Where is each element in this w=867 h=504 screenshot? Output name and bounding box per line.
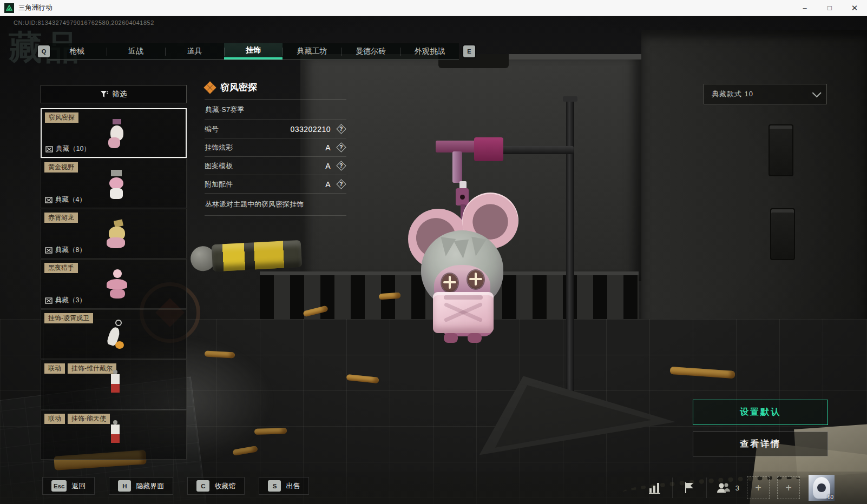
pig-charm-thumbnail: [103, 169, 130, 202]
item-name-badge: 挂饰-凌霄戍卫: [44, 313, 93, 323]
detail-row: 附加配件A?: [205, 175, 346, 194]
bumper-left-key[interactable]: Q: [38, 45, 50, 57]
dragon-charm-thumbnail: [103, 219, 130, 253]
bottom-bar: Esc返回H隐藏界面C收藏馆S出售 3 + + 60: [0, 472, 867, 504]
maximize-button[interactable]: □: [817, 0, 842, 16]
keycap: C: [196, 480, 209, 492]
style-dropdown[interactable]: 典藏款式 10: [704, 84, 827, 104]
bumper-right-key[interactable]: E: [463, 45, 475, 57]
detail-row-value: A: [325, 180, 331, 189]
item-badges: 黄金视野: [44, 162, 78, 173]
hotkey-label: 隐藏界面: [136, 481, 164, 491]
collection-count: 典藏（4）: [45, 195, 86, 204]
mouse-charm-thumbnail: [104, 119, 131, 152]
style-dropdown-label: 典藏款式 10: [712, 89, 753, 99]
titlebar: 三角洲行动 – □ ✕: [0, 0, 867, 16]
stats-chart-icon[interactable]: [646, 479, 665, 497]
collection-count-label: 典藏（10）: [56, 144, 90, 154]
detail-row-label: 挂饰炫彩: [205, 143, 233, 152]
filter-button[interactable]: 筛选: [41, 85, 187, 103]
status-icon-strip: 3 + + 60: [646, 475, 835, 501]
banner-charm-thumbnail: [103, 370, 130, 403]
hotkey-s[interactable]: S出售: [259, 477, 309, 495]
tab-2[interactable]: 近战: [107, 43, 166, 59]
banner-charm-thumbnail: [103, 420, 130, 454]
stand-cap: [563, 96, 577, 102]
hotkey-hints: Esc返回H隐藏界面C收藏馆S出售: [42, 477, 309, 495]
empty-slot-plus[interactable]: +: [747, 476, 770, 499]
suppressor-prop: [189, 236, 305, 277]
charm-list-item[interactable]: 联动挂饰-能天使: [41, 410, 187, 460]
collection-gem-icon: [205, 82, 215, 93]
item-name-badge: 赤霄游龙: [44, 213, 78, 223]
tab-6[interactable]: 曼德尔砖: [341, 43, 400, 59]
stand-base: [475, 370, 675, 462]
stand-pole: [566, 100, 574, 397]
link-badge: 联动: [44, 363, 65, 374]
list-divider: [187, 108, 187, 465]
tab-7[interactable]: 外观挑战: [400, 43, 459, 59]
team-icon[interactable]: [714, 479, 733, 497]
rocket-charm-thumbnail: [103, 320, 130, 353]
hotkey-label: 返回: [71, 481, 86, 491]
flag-icon[interactable]: [680, 479, 699, 497]
mandel-brick-icon: [45, 297, 52, 304]
help-icon[interactable]: ?: [336, 179, 346, 189]
view-details-button[interactable]: 查看详情: [693, 432, 828, 456]
tab-5[interactable]: 典藏工坊: [283, 43, 341, 59]
mandel-brick-icon: [45, 197, 52, 203]
collection-count: 典藏（8）: [45, 246, 86, 255]
hotkey-h[interactable]: H隐藏界面: [109, 477, 173, 495]
tab-1[interactable]: 枪械: [48, 43, 107, 59]
detail-row-value: A: [325, 143, 331, 152]
set-default-button[interactable]: 设置默认: [693, 400, 828, 425]
funnel-icon: [101, 91, 108, 98]
account-uid: CN:UID:81343274979016762580,202604041852: [14, 19, 154, 26]
hotkey-label: 出售: [286, 481, 300, 491]
window-title: 三角洲行动: [18, 3, 52, 12]
charm-list: 窃风密探典藏（10）黄金视野典藏（4）赤霄游龙典藏（8）黑夜猎手典藏（3）挂饰-…: [41, 108, 187, 460]
charm-title: 窃风密探: [220, 81, 257, 94]
detail-row-label: 编号: [205, 124, 219, 134]
season-label: 典藏-S7赛季: [205, 100, 346, 120]
app-logo-icon: [4, 3, 14, 13]
avatar-level: 60: [827, 494, 833, 500]
charm-description: 丛林派对主题中的窃风密探挂饰: [205, 194, 346, 216]
mouse-charm-figure: [402, 188, 521, 345]
player-avatar[interactable]: 60: [809, 475, 835, 501]
bullet-prop: [254, 428, 287, 435]
item-badges: 联动挂饰-能天使: [44, 414, 110, 424]
category-tabs: 枪械近战道具挂饰典藏工坊曼德尔砖外观挑战: [48, 43, 459, 60]
item-badges: 窃风密探: [45, 112, 78, 123]
keycap: S: [268, 480, 281, 492]
item-badges: 赤霄游龙: [44, 213, 78, 223]
empty-slot-plus[interactable]: +: [777, 476, 800, 499]
keycap: H: [118, 480, 131, 492]
help-icon[interactable]: ?: [336, 161, 346, 170]
item-name-badge: 黄金视野: [44, 162, 78, 173]
collection-count-label: 典藏（4）: [55, 195, 86, 204]
charm-list-item[interactable]: 窃风密探典藏（10）: [41, 108, 187, 158]
charm-list-item[interactable]: 赤霄游龙典藏（8）: [41, 209, 187, 258]
mandel-brick-icon: [45, 247, 52, 254]
charm-viewport[interactable]: [379, 65, 704, 476]
charm-list-item[interactable]: 挂饰-凌霄戍卫: [41, 309, 187, 359]
hotkey-esc[interactable]: Esc返回: [42, 477, 95, 495]
detail-row: 挂饰炫彩A?: [205, 138, 346, 157]
charm-list-item[interactable]: 联动挂饰-维什戴尔: [41, 360, 187, 409]
detail-row-label: 附加配件: [205, 180, 233, 189]
minimize-button[interactable]: –: [792, 0, 817, 16]
charm-list-item[interactable]: 黄金视野典藏（4）: [41, 158, 187, 208]
help-icon[interactable]: ?: [336, 142, 346, 152]
detail-rows: 编号033202210?挂饰炫彩A?图案模板A?附加配件A?: [205, 120, 346, 194]
detail-row-value: A: [325, 162, 331, 170]
team-count: 3: [735, 484, 739, 492]
mandel-brick-icon: [45, 146, 53, 152]
charm-list-item[interactable]: 黑夜猎手典藏（3）: [41, 259, 187, 309]
collection-count: 典藏（3）: [45, 296, 86, 305]
hotkey-c[interactable]: C收藏馆: [187, 477, 245, 495]
help-icon[interactable]: ?: [336, 124, 346, 134]
tab-4[interactable]: 挂饰: [224, 43, 283, 59]
close-button[interactable]: ✕: [842, 0, 867, 16]
tab-3[interactable]: 道具: [165, 43, 224, 59]
